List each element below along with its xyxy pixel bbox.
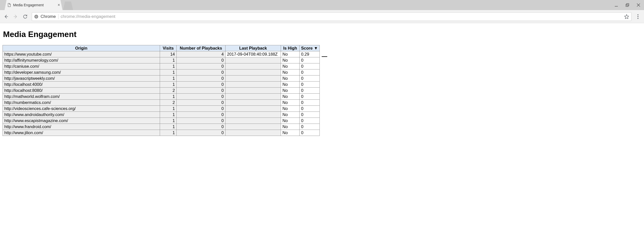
cell-visits: 1 — [160, 57, 177, 63]
cell-is-high: No — [281, 130, 300, 136]
bookmark-star-icon[interactable] — [624, 14, 629, 19]
table-row: http://javascriptweekly.com/10No0 — [3, 76, 320, 82]
back-button[interactable] — [3, 14, 9, 20]
cell-is-high: No — [281, 100, 300, 106]
table-row: http://developer.samsung.com/10No0 — [3, 69, 320, 76]
cell-is-high: No — [281, 112, 300, 118]
page-icon — [7, 3, 11, 7]
cell-origin: http://developer.samsung.com/ — [3, 69, 160, 76]
tab-strip: Media Engagement × — [0, 0, 644, 10]
cell-origin: http://www.jilion.com/ — [3, 130, 160, 136]
cell-playbacks: 0 — [177, 69, 226, 76]
table-row: http://www.jilion.com/10No0 — [3, 130, 320, 136]
cell-last-playback — [226, 76, 281, 82]
reload-button[interactable] — [22, 14, 28, 20]
cell-last-playback — [226, 100, 281, 106]
cell-playbacks: 0 — [177, 112, 226, 118]
window-controls — [613, 2, 642, 9]
svg-rect-2 — [627, 4, 629, 6]
cell-last-playback — [226, 82, 281, 88]
address-bar[interactable]: Chrome chrome://media-engagement — [32, 12, 631, 21]
minimize-button[interactable] — [613, 2, 620, 9]
forward-button[interactable] — [13, 14, 19, 20]
cell-score: 0 — [300, 94, 320, 100]
cell-playbacks: 0 — [177, 76, 226, 82]
cell-score: 0 — [300, 76, 320, 82]
cell-last-playback — [226, 118, 281, 124]
cell-origin: http://mathworld.wolfram.com/ — [3, 94, 160, 100]
cell-is-high: No — [281, 106, 300, 112]
col-last-header[interactable]: Last Playback — [226, 45, 281, 51]
cell-score: 0 — [300, 106, 320, 112]
tab-title: Media Engagement — [13, 3, 56, 7]
table-row: http://videosciences.cafe-sciences.org/1… — [3, 106, 320, 112]
cell-playbacks: 0 — [177, 100, 226, 106]
col-score-header[interactable]: Score ▼ — [300, 45, 320, 51]
svg-point-7 — [36, 16, 37, 17]
cell-origin: http://videosciences.cafe-sciences.org/ — [3, 106, 160, 112]
col-origin-header[interactable]: Origin — [3, 45, 160, 51]
table-header-row: Origin Visits Number of Playbacks Last P… — [3, 45, 320, 51]
table-row: http://affinitynumerology.com/10No0 — [3, 57, 320, 63]
table-row: http://mathworld.wolfram.com/10No0 — [3, 94, 320, 100]
col-visits-header[interactable]: Visits — [160, 45, 177, 51]
cell-score: 0 — [300, 57, 320, 63]
cell-last-playback: 2017-09-04T08:40:09.188Z — [226, 51, 281, 57]
cell-is-high: No — [281, 94, 300, 100]
table-row: https://www.youtube.com/1442017-09-04T08… — [3, 51, 320, 57]
cell-visits: 1 — [160, 82, 177, 88]
url-scheme-label: Chrome — [41, 14, 58, 19]
cell-playbacks: 0 — [177, 118, 226, 124]
cell-playbacks: 0 — [177, 88, 226, 94]
cell-visits: 1 — [160, 106, 177, 112]
close-tab-icon[interactable]: × — [58, 3, 60, 7]
cell-is-high: No — [281, 69, 300, 76]
cell-origin: http://www.frandroid.com/ — [3, 124, 160, 130]
cell-origin: http://javascriptweekly.com/ — [3, 76, 160, 82]
table-row: http://localhost:4000/10No0 — [3, 82, 320, 88]
svg-rect-1 — [626, 4, 628, 7]
cell-origin: http://www.androidauthority.com/ — [3, 112, 160, 118]
menu-button[interactable] — [635, 14, 641, 19]
cell-playbacks: 4 — [177, 51, 226, 57]
cell-is-high: No — [281, 76, 300, 82]
cell-last-playback — [226, 106, 281, 112]
cell-visits: 1 — [160, 76, 177, 82]
col-high-header[interactable]: Is High — [281, 45, 300, 51]
cell-score: 0 — [300, 124, 320, 130]
col-playbacks-header[interactable]: Number of Playbacks — [177, 45, 226, 51]
cell-score: 0 — [300, 82, 320, 88]
cell-score: 0 — [300, 130, 320, 136]
collapse-mark: — — [322, 53, 327, 60]
cell-is-high: No — [281, 88, 300, 94]
maximize-button[interactable] — [624, 2, 631, 9]
cell-visits: 1 — [160, 130, 177, 136]
cell-playbacks: 0 — [177, 82, 226, 88]
cell-is-high: No — [281, 82, 300, 88]
table-row: http://caniuse.com/10No0 — [3, 63, 320, 69]
cell-score: 0 — [300, 69, 320, 76]
cell-last-playback — [226, 88, 281, 94]
page-title: Media Engagement — [3, 30, 641, 39]
table-row: http://www.escapistmagazine.com/10No0 — [3, 118, 320, 124]
cell-visits: 1 — [160, 112, 177, 118]
cell-visits: 14 — [160, 51, 177, 57]
cell-origin: http://www.escapistmagazine.com/ — [3, 118, 160, 124]
cell-playbacks: 0 — [177, 124, 226, 130]
cell-last-playback — [226, 112, 281, 118]
cell-is-high: No — [281, 118, 300, 124]
cell-last-playback — [226, 63, 281, 69]
cell-score: 0 — [300, 63, 320, 69]
cell-visits: 2 — [160, 88, 177, 94]
svg-marker-8 — [625, 14, 629, 19]
cell-score: 0 — [300, 118, 320, 124]
cell-score: 0 — [300, 88, 320, 94]
table-row: http://numbermatics.com/20No0 — [3, 100, 320, 106]
close-window-button[interactable] — [635, 2, 642, 9]
active-tab[interactable]: Media Engagement × — [5, 0, 62, 10]
page-content: Media Engagement Origin Visits Number of… — [0, 23, 644, 138]
cell-visits: 1 — [160, 69, 177, 76]
new-tab-button[interactable] — [63, 2, 73, 10]
cell-origin: http://localhost:8080/ — [3, 88, 160, 94]
cell-last-playback — [226, 130, 281, 136]
